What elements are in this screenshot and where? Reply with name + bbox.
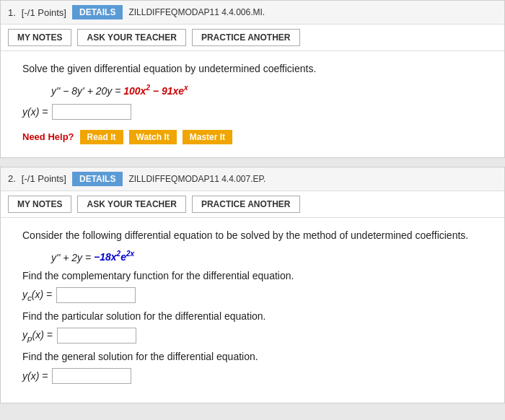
problem-2-description: Consider the following differential equa… [22,228,483,243]
practice-another-button-1[interactable]: PRACTICE ANOTHER [192,29,300,46]
problem-1-details-button[interactable]: DETAILS [72,5,123,19]
practice-another-button-2[interactable]: PRACTICE ANOTHER [192,196,300,213]
problem-2: 2. [-/1 Points] DETAILS ZILLDIFFEQMODAP1… [0,167,505,404]
problem-2-sub2-input[interactable] [57,328,136,344]
problem-2-number: 2. [8,173,16,184]
problem-2-content: Consider the following differential equa… [1,218,504,403]
problem-2-points: [-/1 Points] [22,173,66,184]
problem-1-description: Solve the given differential equation by… [22,61,483,76]
problem-1-number: 1. [8,7,16,18]
my-notes-button-1[interactable]: MY NOTES [8,29,71,46]
problem-1-header: 1. [-/1 Points] DETAILS ZILLDIFFEQMODAP1… [1,1,504,25]
problem-1-equation: y'' − 8y' + 20y = 100x2 − 91xex [51,84,483,97]
problem-1-answer-row: y(x) = [22,104,483,120]
problem-2-equation: y'' + 2y = −18x2e2x [51,250,483,263]
read-it-button-1[interactable]: Read It [80,130,123,144]
problem-2-action-bar: MY NOTES ASK YOUR TEACHER PRACTICE ANOTH… [1,191,504,218]
problem-1-action-bar: MY NOTES ASK YOUR TEACHER PRACTICE ANOTH… [1,25,504,51]
problem-2-code: ZILLDIFFEQMODAP11 4.4.007.EP. [128,174,265,184]
problem-2-sub2-label: yp(x) = [22,329,53,343]
watch-it-button-1[interactable]: Watch It [129,130,177,144]
problem-1: 1. [-/1 Points] DETAILS ZILLDIFFEQMODAP1… [0,0,505,158]
problem-1-code: ZILLDIFFEQMODAP11 4.4.006.MI. [128,7,265,17]
problem-1-answer-label: y(x) = [22,106,48,118]
problem-2-sub2-text: Find the particular solution for the dif… [22,310,483,322]
problem-2-sub1-label: yc(x) = [22,289,52,302]
my-notes-button-2[interactable]: MY NOTES [8,196,71,213]
problem-2-header: 2. [-/1 Points] DETAILS ZILLDIFFEQMODAP1… [1,167,504,191]
problem-2-sub3-label: y(x) = [22,370,48,382]
problem-2-sub1-text: Find the complementary function for the … [22,270,483,281]
problem-1-points: [-/1 Points] [22,7,66,18]
problem-2-sub1-answer-row: yc(x) = [22,287,483,303]
problem-2-sub3-text: Find the general solution for the differ… [22,351,483,362]
problem-1-answer-input[interactable] [52,104,131,120]
problem-2-sub2-answer-row: yp(x) = [22,328,483,344]
problem-1-help-row: Need Help? Read It Watch It Master It [22,130,483,144]
problem-1-need-help-label: Need Help? [22,131,74,142]
problem-2-sub1-input[interactable] [56,287,136,303]
ask-teacher-button-1[interactable]: ASK YOUR TEACHER [77,29,185,46]
problem-1-content: Solve the given differential equation by… [1,51,504,157]
ask-teacher-button-2[interactable]: ASK YOUR TEACHER [77,196,185,213]
master-it-button-1[interactable]: Master It [183,130,232,144]
problem-2-sub3-answer-row: y(x) = [22,368,483,384]
problem-2-sub3-input[interactable] [52,368,131,384]
problem-2-details-button[interactable]: DETAILS [72,172,123,186]
